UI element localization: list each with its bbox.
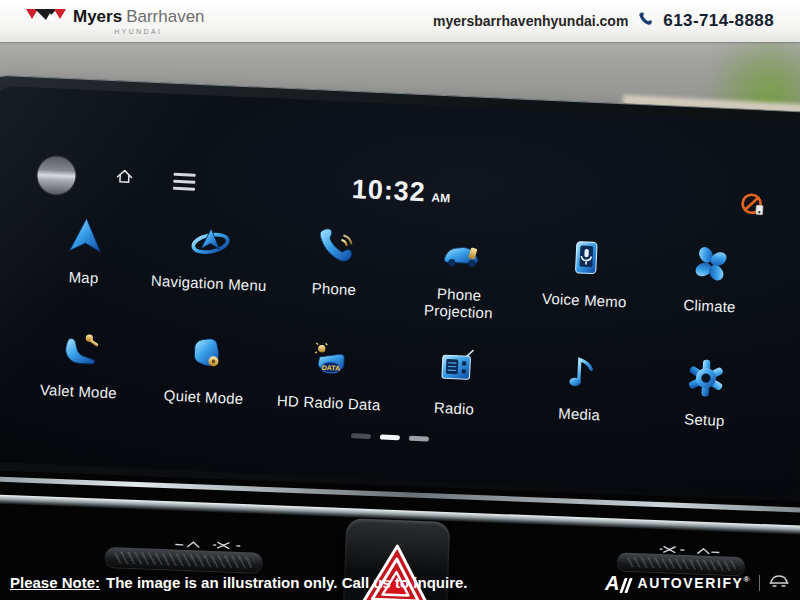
app-phone[interactable]: Phone (270, 222, 399, 317)
home-screen-ui: 10:32 AM (14, 151, 778, 461)
autoverify-wordmark: AUTOVERIFY® (638, 575, 751, 591)
dealer-name: MyersBarrhaven (73, 8, 205, 25)
app-row-2: Valet Mode Quiet Mode (15, 324, 770, 430)
myers-logo-icon (26, 8, 66, 24)
app-radio[interactable]: Radio (391, 341, 519, 419)
app-label: Phone (311, 279, 356, 298)
app-label: Radio (434, 398, 475, 417)
app-hd-radio-data[interactable]: DATA HD Radio Data (266, 336, 394, 414)
radio-icon (433, 343, 479, 393)
page-dot-3[interactable] (409, 436, 429, 442)
app-label: Map (68, 268, 99, 287)
app-label: Quiet Mode (163, 386, 243, 407)
infotainment-screen: 10:32 AM (0, 74, 800, 509)
logo-divider (759, 575, 760, 591)
clock: 10:32 AM (351, 173, 451, 208)
valet-mode-icon (57, 326, 103, 376)
app-map[interactable]: Map (20, 211, 149, 306)
car-icon (768, 573, 790, 592)
app-setup[interactable]: Setup (641, 353, 769, 431)
clock-meridiem: AM (431, 190, 450, 205)
quiet-mode-icon (182, 332, 228, 382)
page-dot-1[interactable] (351, 433, 371, 439)
vehicle-interior-photo: MyersBarrhaven HYUNDAI myersbarrhavenhyu… (0, 0, 800, 600)
dealer-phone-number: 613-714-8888 (663, 11, 774, 31)
app-label: Phone Projection (416, 284, 501, 322)
screen-glass: 10:32 AM (0, 86, 800, 499)
app-label: Setup (684, 410, 725, 429)
app-label: Climate (683, 296, 736, 316)
dealer-brand: HYUNDAI (114, 28, 162, 35)
app-label: Navigation Menu (151, 272, 267, 294)
data-badge: DATA (322, 363, 340, 371)
app-label: HD Radio Data (277, 391, 381, 413)
phone-projection-icon (438, 230, 484, 280)
dealer-contact: myersbarrhavenhyundai.com 613-714-8888 (433, 11, 774, 32)
dealer-logo: MyersBarrhaven HYUNDAI (26, 8, 205, 35)
app-valet-mode[interactable]: Valet Mode (15, 324, 143, 402)
clock-time: 10:32 (351, 173, 426, 207)
app-climate[interactable]: Climate (646, 239, 775, 334)
voice-memo-icon (563, 236, 609, 286)
map-icon (62, 213, 108, 263)
map-thumbnail[interactable] (37, 156, 77, 196)
app-label: Valet Mode (40, 380, 117, 401)
app-quiet-mode[interactable]: Quiet Mode (141, 330, 269, 408)
app-media[interactable]: Media (516, 347, 644, 425)
setup-icon (683, 355, 729, 405)
home-icon[interactable] (111, 163, 138, 194)
autoverify-mark-icon: A (605, 573, 629, 593)
registered-trademark: ® (744, 575, 752, 584)
dealer-name-light: Barrhaven (126, 7, 204, 26)
phone-app-icon (313, 224, 359, 274)
dealer-banner: MyersBarrhaven HYUNDAI myersbarrhavenhyu… (0, 0, 800, 42)
app-row-1: Map Navigation Menu (20, 211, 775, 335)
app-voice-memo[interactable]: Voice Memo (521, 234, 650, 329)
menu-icon[interactable] (173, 172, 196, 190)
disclaimer-body: The image is an illustration only. Call … (106, 574, 467, 591)
app-navigation-menu[interactable]: Navigation Menu (145, 217, 274, 312)
autoverify-mark-letter: A (605, 573, 619, 593)
autoverify-logo: A AUTOVERIFY® (605, 573, 790, 593)
dealer-name-bold: Myers (73, 7, 122, 26)
app-label: Voice Memo (542, 290, 627, 311)
media-icon (558, 349, 604, 399)
dealer-website: myersbarrhavenhyundai.com (433, 13, 628, 29)
disclaimer-bar: Please Note:The image is an illustration… (0, 565, 800, 600)
climate-icon (688, 241, 734, 291)
phone-icon (637, 11, 654, 32)
disclaimer-label: Please Note: (10, 574, 100, 591)
page-dot-2[interactable] (380, 434, 400, 440)
navigation-menu-icon (187, 219, 233, 269)
app-phone-projection[interactable]: Phone Projection (395, 228, 524, 323)
disclaimer-text: Please Note:The image is an illustration… (10, 574, 468, 591)
bluetooth-disconnected-icon (739, 192, 767, 224)
app-label: Media (558, 404, 601, 423)
hd-radio-data-icon: DATA (308, 338, 354, 388)
